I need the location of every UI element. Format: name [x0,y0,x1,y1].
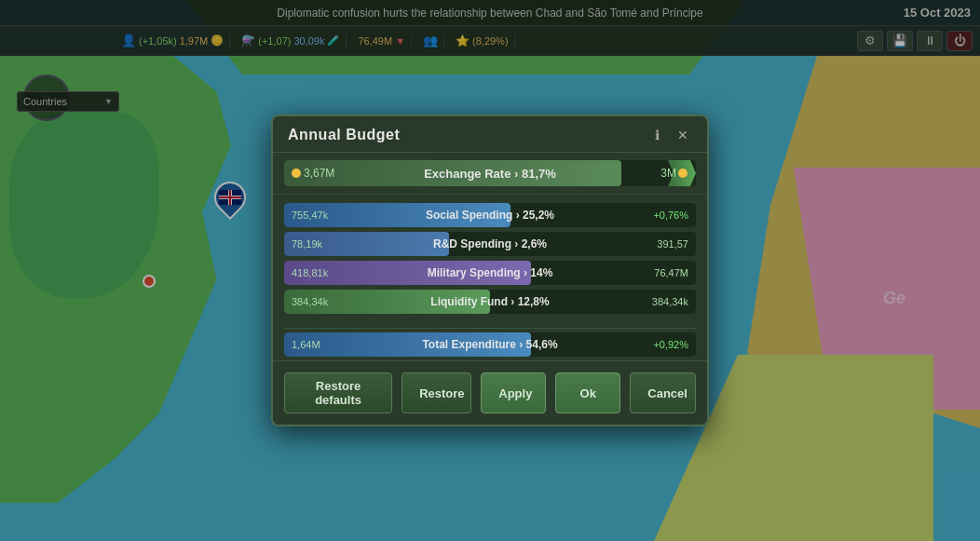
coin-icon-left [292,169,301,178]
budget-row-2: 418,81k Military Spending › 14% 76,47M [284,261,696,285]
modal-title-text: Annual Budget [288,127,400,143]
modal-header-icons: ℹ ✕ [647,126,692,144]
restore-button[interactable]: Restore [402,372,471,413]
total-bar: 1,64M Total Expenditure › 54,6% +0,92% [284,332,696,357]
bar-left-0: 755,47k [292,210,328,221]
total-bar-label: Total Expenditure › 54,6% [284,338,696,351]
bar-right-0: +0,76% [653,210,688,221]
annual-budget-modal: Annual Budget ℹ ✕ 3,67M Exchange Rate › … [271,115,709,426]
close-button[interactable]: ✕ [674,126,692,144]
bar-left-3: 384,34k [292,296,328,307]
exchange-rate-bar: 3,67M Exchange Rate › 81,7% 3M [284,160,696,186]
info-button[interactable]: ℹ [647,126,666,144]
bar-right-3: 384,34k [652,296,688,307]
modal-header: Annual Budget ℹ ✕ [273,116,707,153]
budget-bar-0[interactable]: 755,47k Social Spending › 25,2% +0,76% [284,203,696,227]
cancel-button[interactable]: Cancel [630,372,696,413]
budget-row-3: 384,34k Liquidity Fund › 12,8% 384,34k [284,290,696,314]
ok-button[interactable]: Ok [555,372,620,413]
bar-label-1: R&D Spending › 2,6% [284,237,696,250]
restore-defaults-button[interactable]: Restore defaults [284,372,392,413]
budget-row-1: 78,19k R&D Spending › 2,6% 391,57 [284,232,696,256]
bar-label-3: Liquidity Fund › 12,8% [284,295,696,308]
budget-bar-1[interactable]: 78,19k R&D Spending › 2,6% 391,57 [284,232,696,256]
bar-label-0: Social Spending › 25,2% [284,209,696,222]
bar-left-1: 78,19k [292,238,322,250]
budget-rows: 755,47k Social Spending › 25,2% +0,76% 7… [273,195,707,322]
exchange-rate-left-value: 3,67M [292,167,334,180]
modal-overlay: Annual Budget ℹ ✕ 3,67M Exchange Rate › … [0,0,980,541]
exchange-rate-row: 3,67M Exchange Rate › 81,7% 3M [273,153,707,195]
total-expenditure-row: 1,64M Total Expenditure › 54,6% +0,92% [284,328,696,357]
budget-row-0: 755,47k Social Spending › 25,2% +0,76% [284,203,696,227]
exchange-rate-right-value: 3M [660,167,688,180]
budget-bar-2[interactable]: 418,81k Military Spending › 14% 76,47M [284,261,696,285]
bar-right-1: 391,57 [657,238,688,250]
total-bar-right: +0,92% [653,339,688,350]
exchange-rate-label: Exchange Rate › 81,7% [284,167,696,181]
bar-left-2: 418,81k [292,267,328,278]
bar-label-2: Military Spending › 14% [284,266,696,279]
apply-button[interactable]: Apply [481,372,546,413]
total-bar-left: 1,64M [292,339,320,350]
coin-icon-right [678,169,687,178]
budget-bar-3[interactable]: 384,34k Liquidity Fund › 12,8% 384,34k [284,290,696,314]
modal-buttons: Restore defaults Restore Apply Ok Cancel [273,360,707,425]
bar-right-2: 76,47M [654,267,688,278]
